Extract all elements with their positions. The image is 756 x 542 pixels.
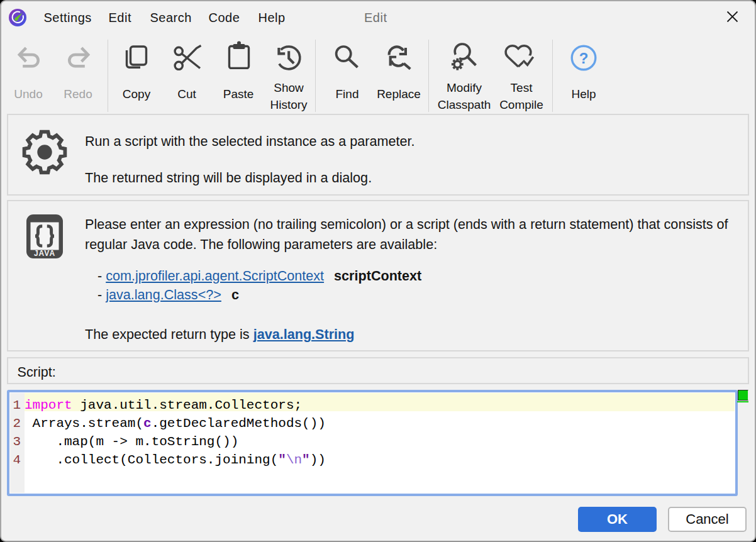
svg-text:JAVA: JAVA bbox=[34, 249, 55, 258]
svg-text:?: ? bbox=[579, 50, 589, 67]
